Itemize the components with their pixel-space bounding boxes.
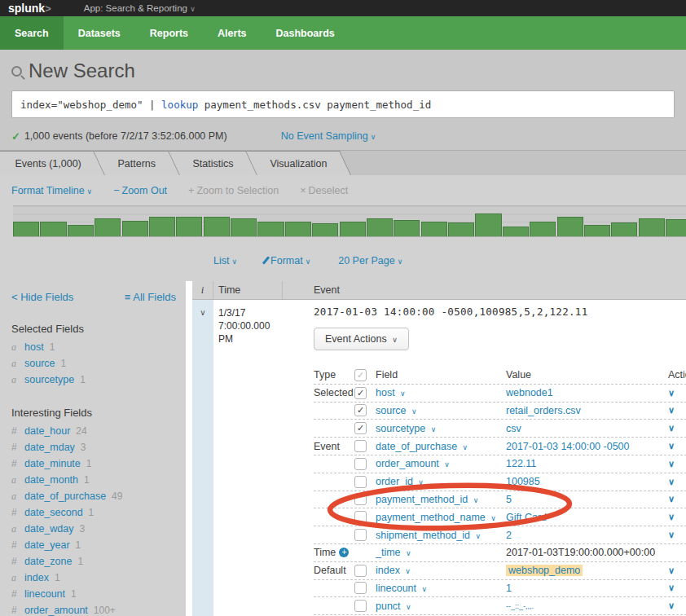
field-actions-menu[interactable]: ∨ xyxy=(657,388,686,398)
field-checkbox[interactable] xyxy=(354,440,367,452)
field-name-menu[interactable]: punct ∨ xyxy=(376,601,506,612)
timeline-bar[interactable] xyxy=(204,217,230,236)
hide-fields-link[interactable]: < Hide Fields xyxy=(11,291,73,303)
timeline-bar[interactable] xyxy=(285,222,311,236)
field-actions-menu[interactable]: ∨ xyxy=(657,530,686,540)
timeline-bar[interactable] xyxy=(40,222,66,236)
list-view-menu[interactable]: List∨ xyxy=(213,255,237,266)
tab-events[interactable]: Events (1,000) xyxy=(0,151,105,175)
search-query-input[interactable]: index="webshop_demo" | lookup payment_me… xyxy=(11,90,675,118)
field-name-menu[interactable]: host ∨ xyxy=(376,387,506,398)
sidebar-field-date_hour[interactable]: # date_hour 24 xyxy=(11,425,186,442)
sidebar-field-host[interactable]: a host 1 xyxy=(11,341,186,358)
timeline-bar[interactable] xyxy=(639,218,665,236)
field-name-menu[interactable]: sourcetype ∨ xyxy=(376,423,506,434)
field-actions-menu[interactable]: ∨ xyxy=(657,477,686,487)
format-menu[interactable]: Format∨ xyxy=(265,255,310,266)
zoom-out-button[interactable]: −Zoom Out xyxy=(113,185,167,196)
field-actions-menu[interactable]: ∨ xyxy=(657,512,686,522)
timeline-chart[interactable] xyxy=(13,205,686,237)
field-name-menu[interactable]: shipment_method_id ∨ xyxy=(376,530,506,541)
sidebar-field-date_of_purchase[interactable]: a date_of_purchase 49 xyxy=(11,491,186,507)
field-checkbox[interactable] xyxy=(354,511,367,523)
timeline-bar[interactable] xyxy=(176,217,202,236)
field-value[interactable]: 2017-01-03T19:00:00.000+00:00 xyxy=(506,547,657,558)
collapse-event-chevron[interactable]: ∨ xyxy=(192,300,213,616)
sidebar-field-date_minute[interactable]: # date_minute 1 xyxy=(11,458,186,474)
sidebar-field-source[interactable]: a source 1 xyxy=(11,358,186,374)
timeline-bar[interactable] xyxy=(475,213,501,236)
field-name-menu[interactable]: date_of_purchase ∨ xyxy=(376,441,506,452)
sidebar-field-sourcetype[interactable]: a sourcetype 1 xyxy=(11,374,186,390)
field-name-menu[interactable]: payment_method_id ∨ xyxy=(376,494,506,505)
field-value[interactable]: Gift Card xyxy=(506,512,657,523)
field-value[interactable]: retail_orders.csv xyxy=(506,405,657,416)
field-actions-menu[interactable]: ∨ xyxy=(657,441,686,451)
per-page-menu[interactable]: 20 Per Page∨ xyxy=(338,255,402,266)
field-value[interactable]: 100985 xyxy=(506,476,657,487)
field-name-menu[interactable]: payment_method_name ∨ xyxy=(376,512,506,523)
timeline-bar[interactable] xyxy=(666,219,686,236)
field-checkbox[interactable] xyxy=(354,476,367,488)
timeline-bar[interactable] xyxy=(503,227,529,236)
format-timeline-menu[interactable]: Format Timeline∨ xyxy=(11,185,92,196)
field-checkbox[interactable]: ✓ xyxy=(354,422,367,434)
timeline-bar[interactable] xyxy=(448,222,474,236)
timeline-bar[interactable] xyxy=(257,222,284,236)
timeline-bar[interactable] xyxy=(149,217,175,236)
timeline-bar[interactable] xyxy=(530,222,556,236)
field-name-menu[interactable]: linecount ∨ xyxy=(376,583,506,594)
nav-item-alerts[interactable]: Alerts xyxy=(203,16,261,50)
sidebar-field-index[interactable]: a index 1 xyxy=(11,572,186,588)
field-value[interactable]: webnode1 xyxy=(506,387,657,398)
timeline-bar[interactable] xyxy=(95,218,121,236)
timeline-bar[interactable] xyxy=(13,222,39,236)
field-name-menu[interactable]: source ∨ xyxy=(376,405,506,416)
timeline-bar[interactable] xyxy=(394,220,420,236)
field-checkbox[interactable] xyxy=(354,600,367,612)
all-fields-link[interactable]: ≡ All Fields xyxy=(125,291,176,303)
event-actions-button[interactable]: Event Actions ∨ xyxy=(314,328,409,350)
timeline-bar[interactable] xyxy=(557,217,583,236)
timeline-bar[interactable] xyxy=(68,225,94,236)
field-actions-menu[interactable]: ∨ xyxy=(657,601,686,611)
timeline-bar[interactable] xyxy=(584,225,610,236)
sidebar-field-date_year[interactable]: # date_year 1 xyxy=(11,539,186,556)
sidebar-field-date_second[interactable]: # date_second 1 xyxy=(11,507,186,523)
field-value[interactable]: csv xyxy=(506,423,657,434)
field-actions-menu[interactable]: ∨ xyxy=(657,565,686,576)
timeline-bar[interactable] xyxy=(312,223,338,236)
add-time-field-icon[interactable]: + xyxy=(339,548,349,557)
field-name-menu[interactable]: order_amount ∨ xyxy=(376,458,506,469)
sidebar-field-linecount[interactable]: # linecount 1 xyxy=(11,588,186,605)
field-checkbox[interactable]: ✓ xyxy=(354,387,367,399)
field-name-menu[interactable]: _time ∨ xyxy=(376,547,506,558)
select-all-checkbox[interactable]: ✓ xyxy=(354,369,367,381)
timeline-bar[interactable] xyxy=(611,222,637,236)
field-checkbox[interactable] xyxy=(354,458,367,470)
tab-visualization[interactable]: Visualization xyxy=(246,151,351,175)
nav-item-search[interactable]: Search xyxy=(0,16,64,50)
timeline-bar[interactable] xyxy=(122,221,148,236)
field-actions-menu[interactable]: ∨ xyxy=(657,459,686,469)
field-actions-menu[interactable]: ∨ xyxy=(657,583,686,593)
tab-statistics[interactable]: Statistics xyxy=(169,151,257,175)
sidebar-field-date_month[interactable]: a date_month 1 xyxy=(11,474,186,491)
timeline-bar[interactable] xyxy=(340,222,366,236)
sidebar-field-order_amount[interactable]: # order_amount 100+ xyxy=(11,605,186,616)
nav-item-reports[interactable]: Reports xyxy=(135,16,203,50)
field-actions-menu[interactable]: ∨ xyxy=(657,405,686,416)
field-checkbox[interactable] xyxy=(354,582,367,594)
field-checkbox[interactable] xyxy=(354,493,367,505)
field-value[interactable]: 1 xyxy=(506,583,657,594)
field-value[interactable]: 5 xyxy=(506,494,657,505)
field-name-menu[interactable]: index ∨ xyxy=(376,565,506,576)
field-checkbox[interactable] xyxy=(354,529,367,541)
app-menu[interactable]: App: Search & Reporting ∨ xyxy=(84,3,196,13)
field-value[interactable]: 2017-01-03 14:00:00 -0500 xyxy=(506,441,657,452)
tab-patterns[interactable]: Patterns xyxy=(94,151,180,175)
sidebar-field-date_mday[interactable]: # date_mday 3 xyxy=(11,442,186,458)
field-actions-menu[interactable]: ∨ xyxy=(657,423,686,433)
timeline-bar[interactable] xyxy=(231,218,257,236)
field-name-menu[interactable]: order_id ∨ xyxy=(376,476,506,487)
